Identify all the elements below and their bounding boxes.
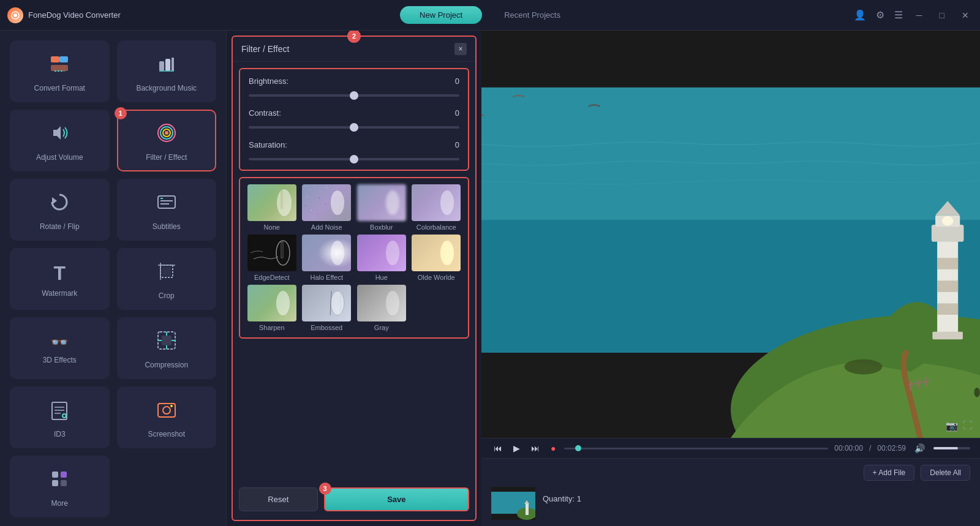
fullscreen-icon[interactable]: ⛶ xyxy=(963,420,973,432)
preview-image xyxy=(481,31,980,438)
svg-marker-12 xyxy=(52,197,57,205)
svg-point-52 xyxy=(331,291,344,315)
saturation-label: Saturation: xyxy=(249,140,287,149)
filter-embossed[interactable]: Embossed xyxy=(301,285,353,331)
sidebar-item-crop[interactable]: Crop xyxy=(117,248,217,310)
file-thumbnail[interactable] xyxy=(491,487,535,520)
svg-rect-38 xyxy=(52,480,58,486)
svg-rect-7 xyxy=(172,58,174,71)
filter-embossed-thumb xyxy=(302,285,351,321)
sidebar-item-background-music[interactable]: Background Music xyxy=(117,40,217,102)
svg-rect-6 xyxy=(165,59,170,71)
preview-area: 📷 ⛶ ⏮ ▶ ⏭ ● 00:00:00 / 00:02:59 🔊 + Add … xyxy=(481,31,980,526)
skip-back-button[interactable]: ⏮ xyxy=(491,442,505,454)
volume-slider[interactable] xyxy=(933,447,970,449)
file-info: Quantity: 1 xyxy=(543,487,581,503)
title-bar-left: FoneDog Video Converter xyxy=(7,7,329,23)
title-bar-right: 👤 ⚙ ☰ ─ □ ✕ xyxy=(651,9,973,21)
filter-hue-thumb xyxy=(357,235,406,271)
filter-halo-effect-thumb xyxy=(302,235,351,271)
time-progress[interactable] xyxy=(564,448,828,449)
sidebar-item-subtitles[interactable]: Subtitles xyxy=(117,179,217,241)
minimize-button[interactable]: ─ xyxy=(913,9,926,21)
filters-grid-section: None Add Noise xyxy=(239,177,469,339)
sidebar-item-more[interactable]: More xyxy=(10,456,110,517)
sidebar-item-3d-effects[interactable]: 👓 3D Effects xyxy=(10,317,110,379)
brightness-row: Brightness: 0 xyxy=(249,77,459,99)
filter-olde-worlde-label: Olde Worlde xyxy=(418,274,455,281)
filter-edgedetect[interactable]: EdgeDetect xyxy=(246,235,298,281)
screenshot-preview-icon[interactable]: 📷 xyxy=(946,420,958,432)
filter-colorbalance[interactable]: Colorbalance xyxy=(411,184,462,231)
filter-effect-badge: 1 xyxy=(115,107,127,119)
filter-none[interactable]: None xyxy=(246,184,298,231)
svg-point-50 xyxy=(440,241,454,265)
watermark-icon: T xyxy=(53,263,66,283)
volume-icon[interactable]: 🔊 xyxy=(912,442,927,454)
sidebar-item-screenshot[interactable]: Screenshot xyxy=(117,386,217,448)
filter-halo-effect[interactable]: Halo Effect xyxy=(301,235,353,281)
save-button[interactable]: 3 Save xyxy=(324,487,469,511)
svg-rect-36 xyxy=(52,472,58,478)
filter-olde-worlde[interactable]: Olde Worlde xyxy=(411,235,462,281)
sidebar-item-rotate-flip[interactable]: Rotate / Flip xyxy=(10,179,110,241)
skip-forward-button[interactable]: ⏭ xyxy=(529,442,542,454)
svg-point-43 xyxy=(386,190,399,215)
filter-add-noise-thumb xyxy=(302,184,351,221)
contrast-slider[interactable] xyxy=(249,126,459,129)
svg-point-49 xyxy=(386,241,399,265)
close-button[interactable]: ✕ xyxy=(958,9,973,21)
filter-add-noise[interactable]: Add Noise xyxy=(301,184,353,231)
screenshot-icon xyxy=(156,399,178,424)
sliders-section: Brightness: 0 Contrast: 0 Saturation: 0 xyxy=(239,68,469,171)
reset-button[interactable]: Reset xyxy=(239,487,318,511)
sidebar-item-id3[interactable]: ID3 xyxy=(10,386,110,448)
filter-edgedetect-label: EdgeDetect xyxy=(254,274,289,281)
sidebar-item-adjust-volume[interactable]: Adjust Volume xyxy=(10,110,110,171)
filter-none-thumb xyxy=(247,184,296,221)
add-file-button[interactable]: + Add File xyxy=(864,465,915,481)
sidebar-item-compression[interactable]: Compression xyxy=(117,317,217,379)
sidebar-item-filter-effect[interactable]: 1 Filter / Effect xyxy=(117,110,217,171)
user-icon[interactable]: 👤 xyxy=(854,9,866,21)
compression-label: Compression xyxy=(145,361,188,369)
rotate-flip-icon xyxy=(48,191,70,216)
filter-boxblur[interactable]: Boxblur xyxy=(356,184,407,231)
menu-icon[interactable]: ☰ xyxy=(894,9,903,21)
sidebar-item-watermark[interactable]: T Watermark xyxy=(10,248,110,310)
maximize-button[interactable]: □ xyxy=(936,9,948,21)
adjust-volume-icon xyxy=(48,122,70,147)
filter-gray[interactable]: Gray xyxy=(356,285,407,331)
quantity-label: Quantity: 1 xyxy=(543,494,581,503)
files-area: + Add File Delete All Quantity: 1 xyxy=(481,458,980,526)
svg-rect-62 xyxy=(937,280,958,292)
new-project-tab[interactable]: New Project xyxy=(400,6,482,24)
play-button[interactable]: ▶ xyxy=(511,442,522,454)
filter-hue[interactable]: Hue xyxy=(356,235,407,281)
delete-all-button[interactable]: Delete All xyxy=(921,465,970,481)
filter-panel-close[interactable]: × xyxy=(454,43,467,55)
more-icon xyxy=(48,468,70,493)
filter-sharpen-thumb xyxy=(247,285,296,321)
main-content: Convert Format Background Music xyxy=(0,31,980,526)
settings-icon[interactable]: ⚙ xyxy=(876,9,884,21)
svg-point-40 xyxy=(277,189,292,216)
svg-rect-21 xyxy=(162,336,172,345)
background-music-label: Background Music xyxy=(136,84,197,92)
sidebar-item-convert-format[interactable]: Convert Format xyxy=(10,40,110,102)
recent-projects-tab[interactable]: Recent Projects xyxy=(484,6,580,24)
watermark-label: Watermark xyxy=(42,289,77,298)
filters-grid: None Add Noise xyxy=(246,184,462,331)
time-current: 00:00:00 xyxy=(834,444,863,453)
record-button[interactable]: ● xyxy=(548,442,558,454)
crop-icon xyxy=(156,260,178,285)
filter-sharpen[interactable]: Sharpen xyxy=(246,285,298,331)
filter-colorbalance-label: Colorbalance xyxy=(417,224,456,231)
id3-icon xyxy=(48,399,70,424)
svg-point-34 xyxy=(163,407,170,414)
brightness-slider[interactable] xyxy=(249,94,459,97)
saturation-slider[interactable] xyxy=(249,158,459,160)
svg-rect-4 xyxy=(51,65,68,71)
filter-effect-panel: 2 Filter / Effect × Brightness: 0 Contra… xyxy=(232,36,477,521)
filter-hue-label: Hue xyxy=(375,274,388,281)
